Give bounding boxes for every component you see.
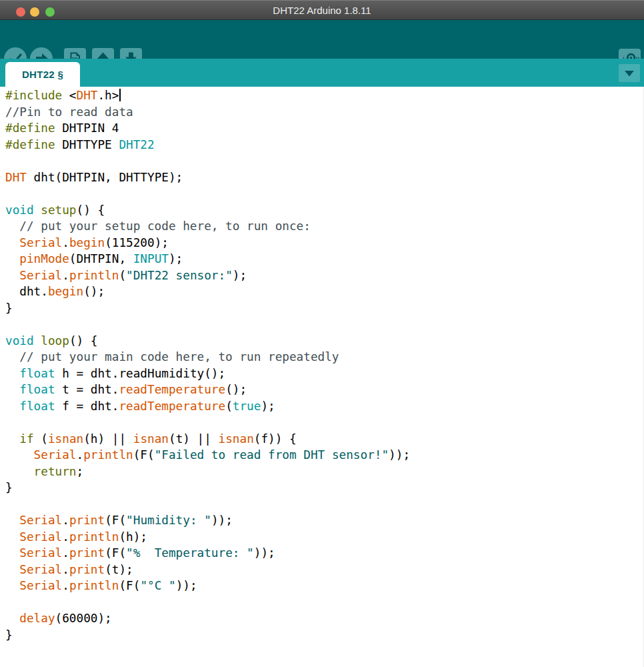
code-line[interactable]: dht.begin(); [5, 283, 643, 300]
code-line[interactable]: void setup() { [5, 202, 643, 219]
code-token: (h) || [83, 432, 133, 446]
code-line[interactable] [5, 316, 643, 333]
code-line[interactable]: #include <DHT.h> [5, 87, 643, 104]
code-line[interactable] [5, 414, 643, 431]
code-line[interactable] [5, 496, 643, 513]
code-line[interactable]: #define DHTPIN 4 [5, 120, 643, 137]
code-line[interactable]: Serial.println("DHT22 sensor:"); [5, 267, 643, 284]
code-token: readTemperature [119, 383, 225, 396]
code-token: begin [69, 236, 105, 249]
code-token [5, 546, 19, 560]
code-line[interactable]: DHT dht(DHTPIN, DHTTYPE); [5, 169, 643, 186]
code-line[interactable]: // put your main code here, to run repea… [5, 349, 643, 366]
code-token: Serial [19, 514, 62, 527]
code-token: DHTPIN 4 [62, 121, 119, 135]
code-token [5, 236, 19, 249]
code-token: (f)) { [254, 432, 297, 446]
code-line[interactable]: Serial.print(t); [5, 562, 643, 578]
code-token: #include [5, 89, 69, 102]
code-token: (F( [119, 579, 140, 592]
code-token: Serial [19, 530, 62, 544]
code-token [5, 400, 19, 413]
code-line[interactable] [5, 185, 643, 202]
code-token: (115200); [105, 236, 169, 249]
code-line[interactable]: } [5, 480, 643, 496]
code-token: (F( [105, 514, 126, 527]
code-line[interactable] [5, 594, 643, 611]
code-token: "DHT22 sensor:" [126, 269, 233, 282]
code-token: (F( [133, 448, 155, 462]
code-token: true [233, 400, 261, 413]
code-token [5, 465, 34, 478]
code-token: . [62, 514, 69, 527]
code-token: . [62, 269, 69, 282]
tab-list-dropdown-button[interactable] [619, 64, 640, 82]
code-line[interactable]: // put your setup code here, to run once… [5, 218, 643, 235]
code-token: INPUT [133, 252, 169, 265]
code-token: . [62, 563, 69, 576]
code-token: "Humidity: " [126, 514, 211, 527]
code-token: float [19, 367, 55, 380]
code-token [5, 612, 19, 625]
code-editor[interactable]: #include <DHT.h>//Pin to read data#defin… [0, 87, 644, 667]
code-token [34, 203, 41, 217]
code-token: () { [69, 334, 98, 348]
code-token: (t); [105, 563, 133, 576]
code-line[interactable]: if (isnan(h) || isnan(t) || isnan(f)) { [5, 431, 643, 448]
code-token: . [62, 546, 69, 560]
code-token: void [5, 334, 34, 348]
code-token: . [77, 448, 84, 462]
code-line[interactable]: } [5, 300, 643, 317]
code-token: Serial [34, 448, 77, 462]
toolbar [0, 20, 644, 59]
text-caret [119, 89, 121, 101]
code-line[interactable]: #define DHTTYPE DHT22 [5, 137, 643, 153]
code-line[interactable]: Serial.println(F("°C ")); [5, 578, 643, 594]
code-line[interactable]: return; [5, 464, 643, 480]
code-token: // put your main code here, to run repea… [5, 350, 339, 364]
code-line[interactable] [5, 153, 643, 169]
tab-dht22[interactable]: DHT22 § [5, 62, 80, 87]
code-token: float [19, 383, 55, 396]
code-token: < [69, 89, 77, 102]
code-token: (60000); [55, 612, 112, 625]
code-line[interactable]: float t = dht.readTemperature(); [5, 382, 643, 398]
code-token: (DHTPIN, [69, 252, 133, 265]
code-token: delay [19, 612, 55, 625]
code-token [34, 334, 41, 348]
code-token: ( [225, 400, 233, 413]
code-token: "°C " [140, 579, 175, 592]
code-token: float [19, 400, 55, 413]
code-token: dht(DHTPIN, DHTTYPE); [27, 171, 183, 184]
code-line[interactable]: Serial.println(h); [5, 529, 643, 546]
code-token: } [5, 628, 13, 642]
code-line[interactable]: Serial.println(F("Failed to read from DH… [5, 447, 643, 464]
code-token [5, 563, 19, 576]
code-line[interactable]: delay(60000); [5, 610, 643, 627]
code-token: #define [5, 138, 62, 151]
code-line[interactable]: float f = dht.readTemperature(true); [5, 398, 643, 415]
code-line[interactable]: float h = dht.readHumidity(); [5, 366, 643, 382]
window-titlebar[interactable]: DHT22 Arduino 1.8.11 [0, 0, 644, 20]
code-token: Serial [19, 546, 62, 560]
code-token: DHTTYPE [62, 138, 119, 151]
code-line[interactable]: pinMode(DHTPIN, INPUT); [5, 251, 643, 267]
code-token: return [34, 465, 77, 478]
code-line[interactable]: } [5, 627, 643, 644]
code-line[interactable]: Serial.print(F("% Temperature: ")); [5, 545, 643, 562]
code-token: ); [169, 252, 183, 265]
code-token: println [69, 579, 119, 592]
code-token: (h); [119, 530, 147, 544]
chevron-down-icon [621, 67, 638, 80]
code-token: (); [225, 383, 247, 396]
code-line[interactable]: //Pin to read data [5, 104, 643, 121]
code-line[interactable]: Serial.print(F("Humidity: ")); [5, 512, 643, 529]
code-line[interactable]: Serial.begin(115200); [5, 235, 643, 251]
code-token: Serial [19, 579, 62, 592]
code-token: ); [233, 269, 247, 282]
code-token: print [69, 563, 105, 576]
code-line[interactable]: void loop() { [5, 333, 643, 350]
code-token: } [5, 301, 13, 315]
code-token: } [5, 481, 13, 494]
code-token [5, 269, 19, 282]
